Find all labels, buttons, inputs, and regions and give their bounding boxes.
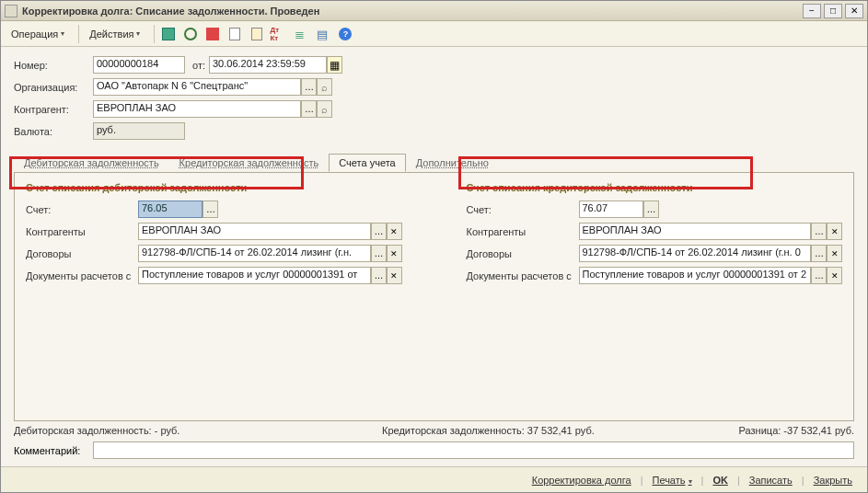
- currency-input: руб.: [93, 122, 185, 140]
- counterparty-select-button[interactable]: …: [301, 100, 317, 118]
- creditor-counterparty-clear[interactable]: ✕: [827, 223, 842, 240]
- toolbar-separator: [154, 25, 155, 43]
- structure-icon[interactable]: [291, 24, 311, 44]
- account-label: Счет:: [467, 204, 579, 215]
- operation-menu[interactable]: Операция: [5, 24, 71, 44]
- creditor-contract-clear[interactable]: ✕: [827, 245, 842, 262]
- docs-label: Документы расчетов с: [467, 270, 579, 281]
- close-window-button[interactable]: ✕: [845, 4, 863, 18]
- counterparty-label: Контрагент:: [14, 104, 93, 115]
- toolbar: Операция Действия Дт Кт ?: [1, 21, 867, 47]
- titlebar: Корректировка долга: Списание задолженно…: [1, 1, 867, 21]
- main-window: Корректировка долга: Списание задолженно…: [0, 0, 868, 493]
- org-search-button[interactable]: [317, 78, 332, 96]
- undo-icon[interactable]: [203, 24, 223, 44]
- date-input[interactable]: 30.06.2014 23:59:59: [209, 56, 327, 74]
- counterparty-input[interactable]: ЕВРОПЛАН ЗАО: [93, 100, 301, 118]
- doc2-icon[interactable]: [247, 24, 267, 44]
- debtor-counterparty-select[interactable]: …: [371, 223, 387, 240]
- app-icon: [5, 5, 17, 17]
- org-input[interactable]: ОАО "Автопарк N 6 "Спецтранс": [93, 78, 301, 96]
- debtor-counterparty-input[interactable]: ЕВРОПЛАН ЗАО: [138, 223, 371, 240]
- doc1-icon[interactable]: [225, 24, 245, 44]
- creditor-docs-select[interactable]: …: [811, 267, 827, 284]
- creditor-contract-input[interactable]: 912798-ФЛ/СПБ-14 от 26.02.2014 лизинг (г…: [579, 245, 812, 262]
- debtor-contract-select[interactable]: …: [371, 245, 387, 262]
- comment-input[interactable]: [93, 441, 854, 459]
- save-icon[interactable]: [158, 24, 179, 44]
- debtor-counterparty-clear[interactable]: ✕: [387, 223, 402, 240]
- tab-creditor[interactable]: Кредиторская задолженность: [169, 154, 330, 172]
- actions-menu[interactable]: Действия: [83, 24, 146, 44]
- debtor-docs-input[interactable]: Поступление товаров и услуг 00000001391 …: [138, 267, 371, 284]
- tabs: Дебиторская задолженность Кредиторская з…: [1, 154, 867, 172]
- correction-link[interactable]: Корректировка долга: [528, 475, 635, 486]
- toolbar-separator: [78, 25, 79, 43]
- number-input[interactable]: 00000000184: [93, 56, 185, 74]
- bottombar: Корректировка долга | Печать | OK | Запи…: [1, 466, 867, 492]
- creditor-contract-select[interactable]: …: [811, 245, 827, 262]
- creditor-column: Счет списания кредиторской задолженности…: [467, 182, 843, 289]
- counterparties-label: Контрагенты: [467, 226, 579, 237]
- debtor-docs-select[interactable]: …: [371, 267, 387, 284]
- print-button[interactable]: Печать: [648, 475, 695, 486]
- tab-accounts[interactable]: Счета учета: [329, 154, 405, 172]
- debtor-contract-input[interactable]: 912798-ФЛ/СПБ-14 от 26.02.2014 лизинг (г…: [138, 245, 371, 262]
- number-label: Номер:: [14, 60, 93, 71]
- org-select-button[interactable]: …: [301, 78, 317, 96]
- refresh-icon[interactable]: [180, 24, 201, 44]
- list-icon[interactable]: [313, 24, 333, 44]
- debtor-docs-clear[interactable]: ✕: [387, 267, 402, 284]
- tab-debtor[interactable]: Дебиторская задолженность: [14, 154, 169, 172]
- creditor-group-title: Счет списания кредиторской задолженности: [467, 182, 843, 193]
- calendar-button[interactable]: ▦: [327, 56, 342, 74]
- from-label: от:: [185, 60, 209, 71]
- creditor-counterparty-input[interactable]: ЕВРОПЛАН ЗАО: [579, 223, 812, 240]
- debtor-contract-clear[interactable]: ✕: [387, 245, 402, 262]
- docs-label: Документы расчетов с: [26, 270, 138, 281]
- comment-label: Комментарий:: [14, 445, 93, 456]
- org-label: Организация:: [14, 82, 93, 93]
- tab-additional[interactable]: Дополнительно: [406, 154, 499, 172]
- minimize-button[interactable]: −: [803, 4, 821, 18]
- window-buttons: − □ ✕: [803, 4, 863, 18]
- diff-summary: Разница: -37 532,41 руб.: [689, 425, 854, 436]
- help-icon[interactable]: ?: [335, 24, 355, 44]
- debtor-group-title: Счет списания дебиторской задолженности: [26, 182, 402, 193]
- close-button[interactable]: Закрыть: [810, 475, 856, 486]
- contracts-label: Договоры: [26, 248, 138, 259]
- creditor-docs-clear[interactable]: ✕: [827, 267, 842, 284]
- comment-row: Комментарий:: [1, 440, 867, 466]
- currency-label: Валюта:: [14, 126, 93, 137]
- counterparty-search-button[interactable]: [317, 100, 332, 118]
- window-title: Корректировка долга: Списание задолженно…: [22, 6, 803, 17]
- ok-button[interactable]: OK: [709, 475, 732, 486]
- creditor-summary: Кредиторская задолженность: 37 532,41 ру…: [382, 425, 689, 436]
- debtor-account-select[interactable]: …: [203, 201, 218, 218]
- counterparties-label: Контрагенты: [26, 226, 138, 237]
- summary-bar: Дебиторская задолженность: - руб. Кредит…: [1, 421, 867, 440]
- creditor-account-select[interactable]: …: [643, 201, 659, 218]
- accounts-panel: Счет списания дебиторской задолженности …: [14, 172, 854, 421]
- dtkt-icon[interactable]: Дт Кт: [269, 24, 289, 44]
- creditor-counterparty-select[interactable]: …: [811, 223, 827, 240]
- creditor-docs-input[interactable]: Поступление товаров и услуг 00000001391 …: [579, 267, 812, 284]
- account-label: Счет:: [26, 204, 138, 215]
- debtor-account-input[interactable]: 76.05: [138, 201, 203, 218]
- debtor-summary: Дебиторская задолженность: - руб.: [14, 425, 382, 436]
- contracts-label: Договоры: [467, 248, 579, 259]
- creditor-account-input[interactable]: 76.07: [579, 201, 643, 218]
- form-area: Номер: 00000000184 от: 30.06.2014 23:59:…: [1, 47, 867, 150]
- write-button[interactable]: Записать: [746, 475, 796, 486]
- maximize-button[interactable]: □: [824, 4, 842, 18]
- debtor-column: Счет списания дебиторской задолженности …: [26, 182, 402, 289]
